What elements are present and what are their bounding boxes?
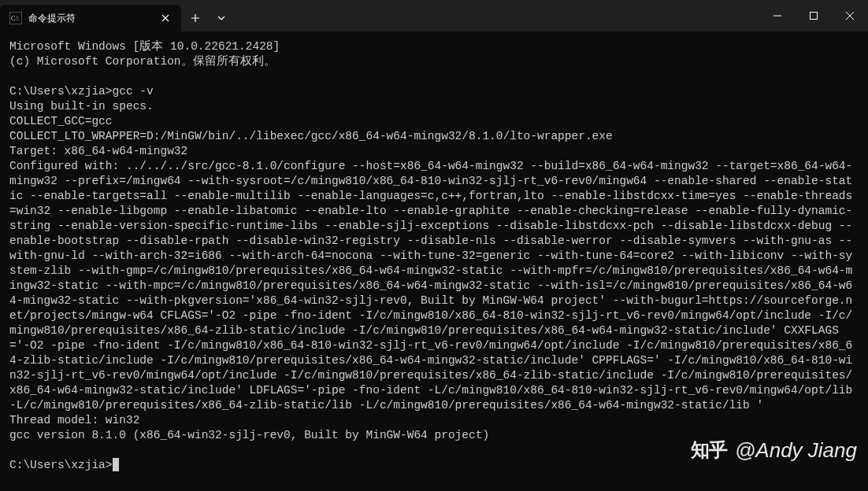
minimize-button[interactable]	[759, 0, 796, 31]
output-line: Using built-in specs.	[9, 100, 154, 113]
output-line: COLLECT_LTO_WRAPPER=D:/MinGW/bin/../libe…	[9, 130, 613, 142]
tab-title: 命令提示符	[28, 12, 151, 25]
cmd-icon: C:\	[9, 12, 22, 24]
svg-rect-2	[811, 13, 818, 20]
output-line: Target: x86_64-w64-mingw32	[9, 145, 187, 157]
copyright-line: (c) Microsoft Corporation。保留所有权利。	[9, 55, 276, 68]
prompt: C:\Users\xzjia>	[9, 85, 113, 98]
new-tab-button[interactable]	[181, 5, 210, 31]
command-input: gcc -v	[113, 85, 154, 98]
gcc-version-line: gcc version 8.1.0 (x86_64-win32-sjlj-rev…	[9, 429, 489, 441]
output-line: COLLECT_GCC=gcc	[9, 115, 113, 127]
os-header: Microsoft Windows [版本 10.0.22621.2428]	[9, 40, 280, 53]
title-bar-drag-area[interactable]	[233, 0, 759, 31]
configured-with: Configured with: ../../../src/gcc-8.1.0/…	[9, 160, 859, 412]
maximize-button[interactable]	[796, 0, 832, 31]
close-button[interactable]	[832, 0, 868, 31]
cursor	[113, 458, 119, 471]
thread-model-line: Thread model: win32	[9, 414, 139, 426]
prompt: C:\Users\xzjia>	[9, 459, 113, 471]
terminal-output[interactable]: Microsoft Windows [版本 10.0.22621.2428] (…	[0, 31, 868, 481]
title-bar: C:\ 命令提示符	[0, 0, 868, 31]
window-controls	[759, 0, 868, 31]
tab-dropdown-button[interactable]	[210, 5, 233, 31]
active-tab[interactable]: C:\ 命令提示符	[0, 5, 181, 31]
tab-close-button[interactable]	[158, 10, 173, 26]
svg-text:C:\: C:\	[11, 15, 20, 22]
